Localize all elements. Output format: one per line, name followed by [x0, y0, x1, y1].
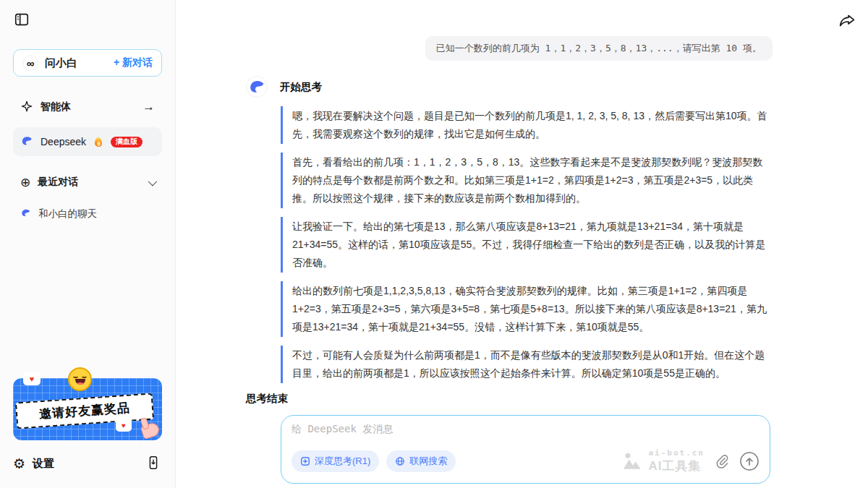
- whale-icon: [20, 134, 33, 150]
- app-window: ∞ 问小白 + 新对话 智能体 → Deepseek 满血版 ⊕ 最近对话 和小…: [0, 0, 868, 488]
- thinking-end-label: 思考结束: [246, 392, 773, 406]
- deep-think-icon: [300, 456, 310, 466]
- heart-bubble-icon: ♥: [116, 419, 132, 432]
- conversation: 已知一个数列的前几项为 1，1，2，3，5，8，13，...，请写出第 10 项…: [246, 0, 773, 488]
- gear-icon: ⚙: [13, 455, 25, 472]
- watermark: ai-bot.cn AI工具集: [622, 448, 705, 474]
- whale-icon: [20, 207, 31, 221]
- web-search-toggle[interactable]: 联网搜索: [386, 450, 456, 472]
- paperclip-icon: [715, 454, 729, 468]
- thinking-block: 嗯，我现在要解决这个问题，题目是已知一个数列的前几项是1, 1, 2, 3, 5…: [281, 106, 773, 383]
- download-icon: [145, 455, 161, 471]
- heart-bubble-icon: ♥: [23, 372, 41, 385]
- chat-main: 已知一个数列的前几项为 1，1，2，3，5，8，13，...，请写出第 10 项…: [176, 0, 868, 488]
- send-button[interactable]: [739, 451, 760, 471]
- deepseek-avatar: [246, 76, 268, 98]
- promo-banner[interactable]: ♥ 邀请好友赢奖品 ♥: [13, 378, 162, 440]
- sidebar-item-deepseek[interactable]: Deepseek 满血版: [13, 127, 162, 156]
- thinking-paragraph: 让我验证一下。给出的第七项是13，那么第八项应该是8+13=21，第九项就是13…: [281, 217, 773, 273]
- send-up-arrow-icon: [739, 451, 760, 471]
- globe-icon: [395, 456, 405, 466]
- thinking-paragraph: 首先，看看给出的前几项：1，1，2，3，5，8，13。这些数字看起来是不是斐波那…: [281, 153, 773, 208]
- sidebar-item-agents[interactable]: 智能体 →: [13, 93, 162, 121]
- new-chat-button[interactable]: + 新对话: [114, 56, 153, 69]
- share-icon: [838, 13, 856, 30]
- fire-icon: [95, 137, 102, 147]
- settings-label: 设置: [33, 457, 54, 471]
- full-version-badge: 满血版: [111, 137, 142, 147]
- promo-text: 邀请好友赢奖品: [15, 393, 154, 429]
- sidebar: ∞ 问小白 + 新对话 智能体 → Deepseek 满血版 ⊕ 最近对话 和小…: [0, 0, 176, 488]
- arrow-right-icon: →: [142, 100, 155, 114]
- sidebar-item-label: Deepseek: [41, 136, 86, 147]
- whale-icon: [248, 78, 265, 95]
- plus-circle-icon: ⊕: [20, 176, 30, 189]
- brand-card[interactable]: ∞ 问小白 + 新对话: [13, 49, 162, 77]
- sidebar-item-label: 智能体: [41, 100, 71, 114]
- sidebar-item-recent-chats[interactable]: ⊕ 最近对话: [13, 168, 162, 197]
- chevron-down-icon: [148, 176, 158, 186]
- thinking-start-label: 开始思考: [280, 80, 322, 94]
- settings-button[interactable]: ⚙ 设置: [13, 455, 54, 472]
- sidebar-toggle-icon[interactable]: [13, 12, 30, 29]
- sparkle-icon: [20, 100, 33, 115]
- wenxiaobai-logo-icon: ∞: [22, 55, 38, 71]
- attach-button[interactable]: [712, 451, 732, 471]
- thinking-paragraph: 给出的数列前七项是1,1,2,3,5,8,13，确实符合斐波那契数列的规律。比如…: [281, 281, 773, 337]
- sidebar-item-chat-history[interactable]: 和小白的聊天: [13, 200, 162, 228]
- sidebar-item-label: 最近对话: [38, 176, 78, 189]
- download-app-button[interactable]: [145, 455, 162, 472]
- message-input[interactable]: [292, 423, 760, 445]
- brand-name: 问小白: [45, 56, 77, 70]
- pointing-hand-icon: [140, 421, 161, 440]
- chat-history-label: 和小白的聊天: [38, 207, 97, 221]
- sidebar-footer: ⚙ 设置: [13, 449, 162, 478]
- deep-think-label: 深度思考(R1): [315, 455, 370, 468]
- web-search-label: 联网搜索: [409, 455, 447, 468]
- deep-think-toggle[interactable]: 深度思考(R1): [292, 450, 379, 472]
- composer: 深度思考(R1) 联网搜索 ai-bot.cn AI工具集: [281, 415, 770, 484]
- user-message: 已知一个数列的前几项为 1，1，2，3，5，8，13，...，请写出第 10 项…: [425, 36, 773, 61]
- thinking-paragraph: 不过，可能有人会质疑为什么前两项都是1，而不是像有些版本的斐波那契数列是从0和1…: [281, 346, 773, 383]
- share-button[interactable]: [838, 13, 856, 32]
- watermark-line2: AI工具集: [648, 458, 705, 474]
- laughing-emoji-icon: [68, 367, 92, 391]
- watermark-logo-icon: [622, 452, 644, 471]
- watermark-line1: ai-bot.cn: [648, 448, 705, 458]
- thinking-paragraph: 嗯，我现在要解决这个问题，题目是已知一个数列的前几项是1, 1, 2, 3, 5…: [281, 106, 773, 144]
